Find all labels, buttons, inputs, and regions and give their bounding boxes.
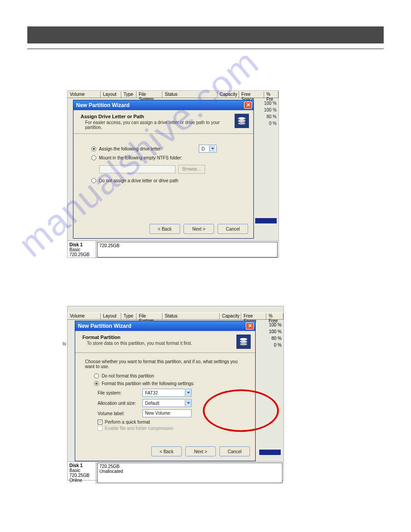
cancel-button[interactable]: Cancel [218,224,248,234]
mount-folder-input [99,165,176,173]
screenshot-2: Volume Layout Type File System Status Ca… [67,306,284,481]
dialog-header: Format Partition To store data on this p… [75,331,255,353]
format-instruction: Choose whether you want to format this p… [85,359,248,369]
svg-point-2 [238,122,246,125]
close-icon[interactable]: ✕ [244,102,252,109]
radio-mount-folder[interactable] [91,155,96,160]
partition-status: Unallocated [99,469,280,474]
radio-no-assign[interactable] [91,178,96,183]
disk-graphic-bar [255,218,277,223]
chevron-down-icon[interactable] [185,400,191,406]
filesystem-select[interactable]: FAT32 [142,389,192,397]
disk-info-cell: Disk 1 Basic 720.25GB Online [68,462,96,484]
disk-partition-block[interactable]: 720.25GB Unallocated [97,463,283,483]
col-layout[interactable]: Layout [101,313,121,319]
pct-row-1: 100 % [254,100,277,107]
label-do-format: Format this partition with the following… [102,381,194,386]
disk-graphic-bar [259,450,281,455]
ts-label: ts [63,341,66,346]
col-pctfree[interactable]: % Fre [264,91,278,98]
svg-point-1 [238,120,246,122]
label-no-format: Do not format this partition [102,373,154,378]
col-type[interactable]: Type [121,91,137,98]
col-layout[interactable]: Layout [101,91,121,98]
chevron-down-icon[interactable] [209,146,215,152]
next-button[interactable]: Next > [185,446,216,456]
allocation-value: Default [145,401,159,406]
dialog-title: New Partition Wizard [78,323,131,329]
pct-row-1: 100 % [255,322,282,328]
browse-button: Browse... [178,165,205,174]
disk-type: Basic [69,247,94,252]
pct-row-3: 80 % [255,335,282,342]
checkbox-quick-format[interactable] [98,420,103,425]
drive-letter-value: D [201,146,205,151]
checkbox-compression [98,426,103,431]
back-button[interactable]: < Back [151,446,182,456]
col-type[interactable]: Type [121,313,137,319]
label-quick-format: Perform a quick format [105,420,150,425]
dialog-title: New Partition Wizard [76,102,129,108]
chevron-down-icon[interactable] [185,390,191,396]
pct-row-2: 100 % [254,107,277,113]
col-freespace[interactable]: Free Space [241,313,266,319]
allocation-select[interactable]: Default [142,399,192,407]
col-filesystem[interactable]: File System [137,91,163,98]
cancel-button[interactable]: Cancel [219,446,250,456]
volume-table-header: Volume Layout Type File System Status Ca… [68,91,278,98]
disk-row-1: Disk 1 Basic 720.25GB 720.25GB [68,240,278,257]
col-capacity[interactable]: Capacity [220,313,241,319]
dialog-titlebar[interactable]: New Partition Wizard ✕ [75,321,255,331]
disk-name: Disk 1 [69,242,94,247]
new-partition-wizard-dialog-2: New Partition Wizard ✕ Format Partition … [75,321,256,461]
pct-row-2: 100 % [255,328,282,335]
dialog-button-row: < Back Next > Cancel [150,224,248,234]
disk-partition-block[interactable]: 720.25GB [97,242,278,257]
header-subtitle: For easier access, you can assign a driv… [85,120,235,130]
col-volume[interactable]: Volume [68,91,101,98]
dialog-body: Assign the following drive letter: D Mou… [73,134,253,189]
disk-info-cell: Disk 1 Basic 720.25GB [68,241,96,258]
pct-row-3: 80 % [254,113,277,120]
col-filesystem[interactable]: File System [137,313,163,319]
dialog-titlebar[interactable]: New Partition Wizard ✕ [73,100,253,110]
pct-row-4: 0 % [254,120,277,127]
col-status[interactable]: Status [163,313,220,319]
disk-name: Disk 1 [69,463,94,468]
volume-label-input[interactable]: New Volume [142,409,192,417]
volume-table-header-2: Volume Layout Type File System Status Ca… [68,313,283,320]
dialog-body: Choose whether you want to format this p… [75,353,255,435]
disk-size: 720.25GB [69,473,94,478]
svg-point-0 [238,117,246,120]
label-volume: Volume label: [98,411,142,416]
label-no-assign: Do not assign a drive letter or drive pa… [99,178,178,183]
filesystem-value: FAT32 [145,390,158,395]
header-title: Format Partition [82,335,236,340]
col-capacity[interactable]: Capacity [218,91,239,98]
drive-letter-select[interactable]: D [199,145,217,153]
dialog-header: Assign Drive Letter or Path For easier a… [73,110,253,134]
radio-assign-letter[interactable] [91,146,96,151]
partition-size: 720.25GB [99,243,275,248]
next-button[interactable]: Next > [184,224,214,234]
col-freespace[interactable]: Free Space [239,91,264,98]
radio-no-format[interactable] [94,373,99,378]
col-volume[interactable]: Volume [68,313,101,319]
disk-type: Basic [69,468,94,473]
percent-free-values-2: 100 % 100 % 80 % 0 % [255,322,282,348]
label-compression: Enable file and folder compression [105,426,173,431]
document-header-bar [27,26,384,43]
disk-row-2: Disk 1 Basic 720.25GB Online 720.25GB Un… [68,461,283,480]
svg-point-3 [240,338,248,341]
col-status[interactable]: Status [163,91,218,98]
disk-stack-icon [236,335,251,349]
back-button[interactable]: < Back [150,224,180,234]
label-assign-letter: Assign the following drive letter: [99,146,162,151]
label-allocation: Allocation unit size: [98,401,142,406]
close-icon[interactable]: ✕ [246,322,254,330]
disk-stack-icon [235,114,249,128]
radio-do-format[interactable] [94,381,99,386]
col-pctfree[interactable]: % Free [266,313,283,319]
label-filesystem: File system: [98,390,142,395]
disk-status: Online [69,478,94,483]
